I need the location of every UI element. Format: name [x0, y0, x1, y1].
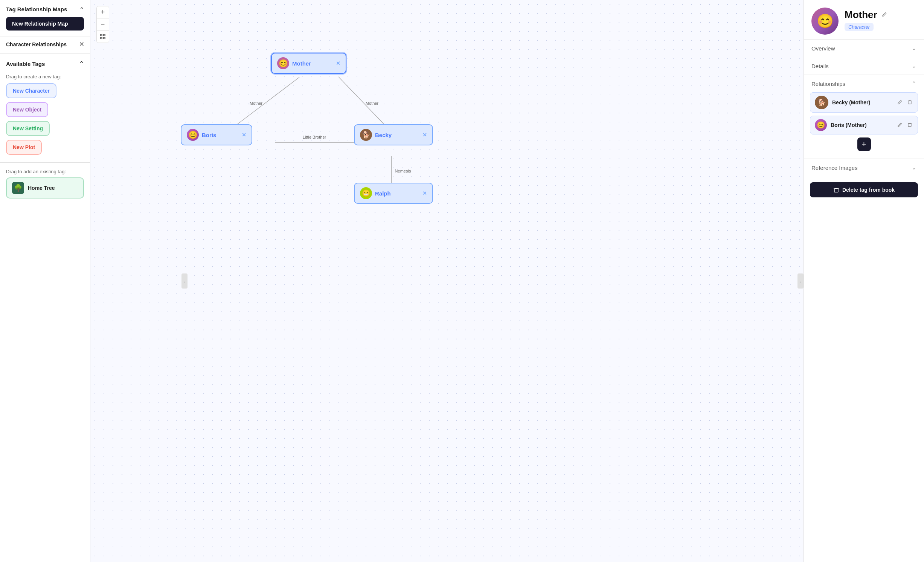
- becky-node-name: Becky: [375, 132, 418, 138]
- svg-text:Nemesis: Nemesis: [395, 169, 411, 173]
- mother-node-name: Mother: [292, 60, 331, 67]
- boris-rel-avatar: 😊: [815, 119, 827, 131]
- divider: [0, 53, 90, 53]
- relationships-section: Relationships ⌃ 🐕 Becky (Mother): [804, 75, 924, 159]
- details-label: Details: [811, 63, 829, 69]
- svg-rect-3: [104, 37, 105, 39]
- boris-node[interactable]: 😊 Boris ✕: [181, 124, 252, 145]
- tag-rel-maps-label: Tag Relationship Maps: [6, 6, 67, 12]
- reference-images-header[interactable]: Reference Images ⌄: [804, 159, 924, 176]
- svg-text:Mother: Mother: [250, 101, 263, 105]
- home-tree-label: Home Tree: [28, 185, 55, 191]
- details-chevron: ⌄: [912, 63, 916, 69]
- reference-images-section: Reference Images ⌄: [804, 159, 924, 176]
- relationships-content: 🐕 Becky (Mother): [804, 92, 924, 159]
- svg-rect-12: [908, 101, 911, 104]
- boris-edit-button[interactable]: [897, 121, 903, 129]
- rp-header: 😊 Mother Character: [804, 0, 924, 39]
- ralph-node-name: Ralph: [375, 190, 418, 197]
- becky-rel-actions: [897, 99, 913, 107]
- new-object-tag[interactable]: New Object: [6, 102, 48, 117]
- relationships-header[interactable]: Relationships ⌃: [804, 75, 924, 92]
- overview-chevron: ⌄: [912, 45, 916, 52]
- available-tags-label: Available Tags: [6, 61, 45, 67]
- delete-tag-label: Delete tag from book: [842, 187, 895, 193]
- details-section: Details ⌄: [804, 57, 924, 75]
- boris-node-close[interactable]: ✕: [242, 132, 246, 138]
- new-tags-list: New Character New Object New Setting New…: [0, 83, 90, 161]
- left-collapse-handle[interactable]: ⋮: [181, 273, 188, 289]
- drag-create-hint: Drag to create a new tag:: [0, 71, 90, 83]
- right-panel: 😊 Mother Character Overview ⌄ Details ⌄: [804, 0, 924, 562]
- becky-rel-name: Becky (Mother): [832, 99, 893, 105]
- tag-rel-maps-header[interactable]: Tag Relationship Maps ⌃: [0, 0, 90, 17]
- close-icon[interactable]: ✕: [79, 41, 84, 48]
- new-character-tag[interactable]: New Character: [6, 83, 56, 98]
- svg-rect-14: [834, 189, 838, 192]
- reference-images-label: Reference Images: [811, 165, 858, 171]
- character-relationships-item[interactable]: Character Relationships ✕: [0, 37, 90, 52]
- zoom-in-button[interactable]: +: [97, 6, 109, 18]
- character-name: Mother: [845, 9, 877, 21]
- ralph-node-close[interactable]: ✕: [422, 190, 427, 196]
- new-setting-tag[interactable]: New Setting: [6, 121, 50, 136]
- map-item-label: Character Relationships: [6, 41, 67, 47]
- ralph-node-avatar: 😬: [360, 187, 372, 199]
- add-relationship-button[interactable]: +: [857, 137, 871, 151]
- new-plot-tag[interactable]: New Plot: [6, 140, 42, 155]
- right-collapse-handle[interactable]: ⋮: [797, 273, 804, 289]
- mother-node-avatar: 😊: [277, 57, 289, 69]
- boris-delete-button[interactable]: [906, 121, 913, 129]
- svg-line-6: [339, 77, 384, 124]
- reference-images-chevron: ⌄: [912, 164, 916, 171]
- boris-node-name: Boris: [202, 132, 237, 138]
- delete-tag-button[interactable]: Delete tag from book: [810, 182, 918, 197]
- becky-node[interactable]: 🐕 Becky ✕: [354, 124, 433, 145]
- chevron-up-icon-2: ⌃: [79, 60, 84, 67]
- relationships-label: Relationships: [811, 81, 845, 87]
- svg-text:Mother: Mother: [366, 101, 379, 105]
- available-tags-header[interactable]: Available Tags ⌃: [0, 55, 90, 71]
- ralph-node[interactable]: 😬 Ralph ✕: [354, 183, 433, 204]
- drag-add-hint: Drag to add an existing tag:: [0, 164, 90, 177]
- relationship-becky[interactable]: 🐕 Becky (Mother): [810, 92, 918, 113]
- mother-node-close[interactable]: ✕: [336, 60, 340, 66]
- chevron-up-icon: ⌃: [79, 6, 84, 12]
- becky-rel-avatar: 🐕: [815, 96, 828, 109]
- overview-header[interactable]: Overview ⌄: [804, 40, 924, 57]
- edit-icon[interactable]: [882, 12, 887, 18]
- canvas-controls: + −: [96, 6, 109, 43]
- svg-line-4: [237, 77, 299, 124]
- new-relationship-map-button[interactable]: New Relationship Map: [6, 17, 84, 31]
- details-header[interactable]: Details ⌄: [804, 57, 924, 75]
- svg-rect-13: [908, 124, 911, 127]
- zoom-out-button[interactable]: −: [97, 18, 109, 31]
- becky-delete-button[interactable]: [906, 99, 913, 107]
- boris-node-avatar: 😊: [187, 129, 199, 141]
- svg-text:Little Brother: Little Brother: [303, 135, 326, 139]
- overview-label: Overview: [811, 45, 835, 52]
- becky-edit-button[interactable]: [897, 99, 903, 107]
- overview-section: Overview ⌄: [804, 39, 924, 57]
- rp-title-area: Mother Character: [845, 8, 916, 31]
- home-tree-tag[interactable]: 🌳 Home Tree: [6, 177, 84, 199]
- mother-node[interactable]: 😊 Mother ✕: [271, 53, 346, 74]
- relationships-chevron: ⌃: [912, 80, 916, 87]
- character-avatar: 😊: [811, 8, 839, 35]
- home-tree-icon: 🌳: [12, 182, 24, 194]
- divider-2: [0, 162, 90, 163]
- graph-container: Mother Mother Little Brother Nemesis 😊 M…: [90, 0, 804, 562]
- left-sidebar: Tag Relationship Maps ⌃ New Relationship…: [0, 0, 90, 562]
- svg-rect-1: [104, 34, 105, 36]
- svg-rect-0: [101, 34, 102, 36]
- svg-rect-2: [101, 37, 102, 39]
- main-canvas[interactable]: + − Mother Mother Little Brother Nemesi: [90, 0, 804, 562]
- graph-edges-svg: Mother Mother Little Brother Nemesis: [90, 0, 804, 562]
- fit-button[interactable]: [97, 31, 109, 43]
- boris-rel-name: Boris (Mother): [831, 122, 893, 128]
- becky-node-avatar: 🐕: [360, 129, 372, 141]
- character-badge: Character: [845, 23, 874, 31]
- relationship-boris[interactable]: 😊 Boris (Mother): [810, 116, 918, 134]
- boris-rel-actions: [897, 121, 913, 129]
- becky-node-close[interactable]: ✕: [422, 132, 427, 138]
